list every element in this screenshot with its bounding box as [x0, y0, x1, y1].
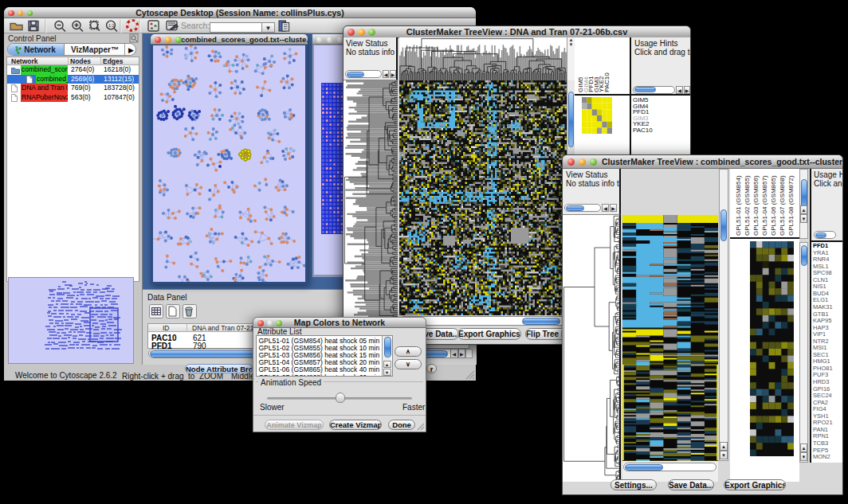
svg-text:GPL51-06 (GSM865): GPL51-06 (GSM865)	[770, 175, 777, 236]
svg-text:GPL51-03 (GSM856): GPL51-03 (GSM856)	[752, 175, 760, 236]
svg-text:Search:: Search:	[181, 21, 210, 30]
svg-text:GPL51-04 (GSM857): GPL51-04 (GSM857)	[761, 175, 768, 236]
svg-text:GPL51-01 (GSM854): GPL51-01 (GSM854)	[735, 175, 742, 236]
svg-text:1:1: 1:1	[108, 23, 115, 28]
svg-text:PAC10: PAC10	[603, 72, 610, 92]
svg-text:GPL51-02 (GSM855): GPL51-02 (GSM855)	[744, 175, 751, 236]
svg-text:GPL51-07 (GSM868): GPL51-07 (GSM868)	[779, 175, 786, 236]
svg-text:GPL51-08 (GSM872): GPL51-08 (GSM872)	[787, 175, 795, 236]
